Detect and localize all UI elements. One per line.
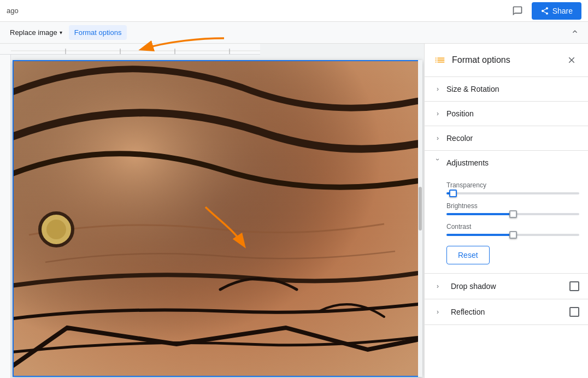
top-bar-left: ago xyxy=(7,7,19,15)
drop-shadow-title: Drop shadow xyxy=(451,282,496,291)
contrast-thumb[interactable] xyxy=(509,231,517,239)
size-rotation-chevron: › xyxy=(433,85,442,93)
slide[interactable] xyxy=(13,60,422,377)
drop-shadow-section[interactable]: › Drop shadow xyxy=(425,274,588,299)
slide-scrollbar-track[interactable] xyxy=(418,60,422,377)
main-content: 5 xyxy=(0,44,588,378)
toolbar-collapse-button[interactable] xyxy=(566,25,584,40)
share-icon xyxy=(540,7,549,15)
position-header[interactable]: › Position xyxy=(425,102,588,126)
transparency-slider-container[interactable] xyxy=(446,192,579,194)
close-icon xyxy=(567,55,577,65)
drop-shadow-chevron: › xyxy=(433,282,442,290)
recolor-header[interactable]: › Recolor xyxy=(425,126,588,150)
size-rotation-section: › Size & Rotation xyxy=(425,77,588,102)
format-options-button[interactable]: Format options xyxy=(69,25,127,40)
adjustments-body: Transparency Brightness xyxy=(425,175,588,273)
reflection-section[interactable]: › Reflection xyxy=(425,299,588,325)
replace-image-label: Replace image xyxy=(10,28,57,37)
top-bar-right: Share xyxy=(508,1,581,21)
transparency-label: Transparency xyxy=(446,181,579,189)
position-section: › Position xyxy=(425,102,588,126)
recolor-title: Recolor xyxy=(446,134,473,143)
contrast-fill xyxy=(446,234,513,236)
size-rotation-title: Size & Rotation xyxy=(446,85,499,93)
format-options-panel: Format options › Size & Rotation › Posit… xyxy=(424,44,588,378)
slide-wrapper xyxy=(11,55,424,378)
toolbar: Replace image ▾ Format options xyxy=(0,22,588,44)
adjustments-section: › Adjustments Transparency xyxy=(425,151,588,274)
share-label: Share xyxy=(552,7,573,15)
brightness-track[interactable] xyxy=(446,213,579,215)
chevron-up-icon xyxy=(571,27,579,36)
top-bar: ago Share xyxy=(0,0,588,22)
panel-close-button[interactable] xyxy=(564,52,579,68)
brightness-label: Brightness xyxy=(446,202,579,210)
position-chevron: › xyxy=(433,110,442,117)
transparency-track[interactable] xyxy=(446,192,579,194)
slide-background xyxy=(13,60,422,377)
share-button[interactable]: Share xyxy=(532,2,581,20)
brightness-group: Brightness xyxy=(446,202,579,215)
position-title: Position xyxy=(446,109,474,118)
contrast-track[interactable] xyxy=(446,234,579,236)
brightness-fill xyxy=(446,213,513,215)
comment-button[interactable] xyxy=(508,1,527,21)
adjustments-header[interactable]: › Adjustments xyxy=(425,151,588,175)
drop-shadow-checkbox[interactable] xyxy=(569,281,579,291)
adjustments-chevron: › xyxy=(434,158,442,167)
recolor-chevron: › xyxy=(433,134,442,142)
comment-icon xyxy=(512,5,523,16)
ruler-horizontal: 5 xyxy=(0,44,260,55)
panel-format-icon xyxy=(433,54,446,67)
canvas-area: 5 xyxy=(0,44,424,378)
dropdown-chevron-icon: ▾ xyxy=(60,29,62,36)
contrast-group: Contrast xyxy=(446,223,579,236)
format-options-label: Format options xyxy=(74,28,122,37)
contrast-label: Contrast xyxy=(446,223,579,231)
document-title: ago xyxy=(7,7,19,15)
reflection-title: Reflection xyxy=(451,308,485,316)
ruler-h-marks: 5 xyxy=(11,44,260,54)
slide-container: 5 xyxy=(0,44,424,378)
reflection-chevron: › xyxy=(433,308,442,316)
ruler-vertical xyxy=(0,55,11,378)
brightness-slider-container[interactable] xyxy=(446,213,579,215)
format-icon xyxy=(434,54,446,66)
reflection-checkbox[interactable] xyxy=(569,307,579,317)
slide-image xyxy=(13,60,422,377)
contrast-slider-container[interactable] xyxy=(446,234,579,236)
adjustments-title: Adjustments xyxy=(446,158,489,167)
replace-image-button[interactable]: Replace image ▾ xyxy=(4,25,68,40)
transparency-group: Transparency xyxy=(446,181,579,194)
transparency-thumb[interactable] xyxy=(449,190,457,197)
slide-scrollbar-thumb[interactable] xyxy=(419,187,422,231)
reset-label: Reset xyxy=(458,251,478,259)
brightness-thumb[interactable] xyxy=(509,210,517,218)
panel-title: Format options xyxy=(452,55,558,65)
size-rotation-header[interactable]: › Size & Rotation xyxy=(425,77,588,101)
recolor-section: › Recolor xyxy=(425,126,588,151)
reset-button[interactable]: Reset xyxy=(446,246,490,264)
panel-header: Format options xyxy=(425,44,588,77)
svg-point-14 xyxy=(46,220,66,239)
